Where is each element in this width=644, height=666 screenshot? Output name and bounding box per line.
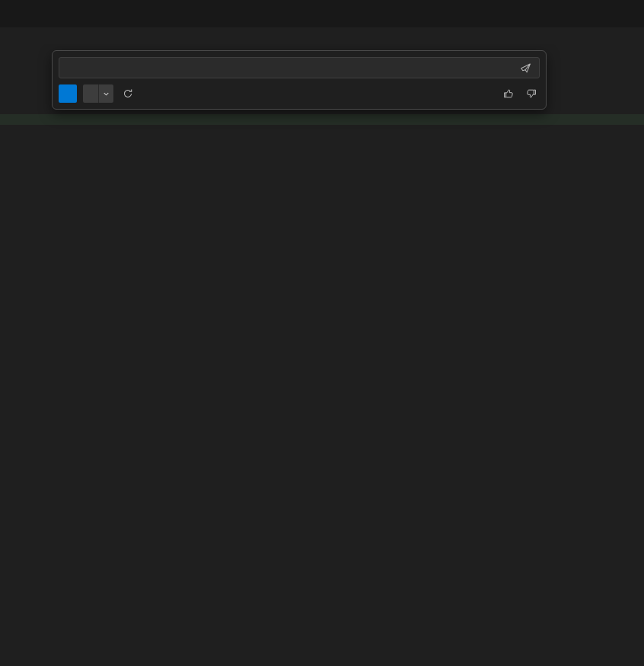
thumbs-down-button[interactable] [523,85,540,102]
discard-dropdown-button[interactable] [98,84,113,103]
breadcrumb [0,27,644,44]
refresh-icon [123,88,133,99]
chat-actions-row [59,84,540,103]
discard-button[interactable] [83,84,98,103]
chat-input-box [59,57,540,78]
send-icon [520,62,531,74]
accept-button[interactable] [59,84,77,103]
thumbs-up-icon [503,88,514,99]
codelens [0,114,644,125]
vscode-window [0,0,644,666]
chevron-down-icon [103,91,110,97]
discard-split-button [83,84,113,103]
send-button[interactable] [518,61,533,75]
inline-chat-widget [52,50,547,110]
rerun-button[interactable] [120,85,136,102]
code-editor [0,44,644,666]
chat-input[interactable] [65,62,518,74]
tab-bar [0,0,644,27]
thumbs-down-icon [526,88,537,99]
thumbs-up-button[interactable] [500,85,517,102]
